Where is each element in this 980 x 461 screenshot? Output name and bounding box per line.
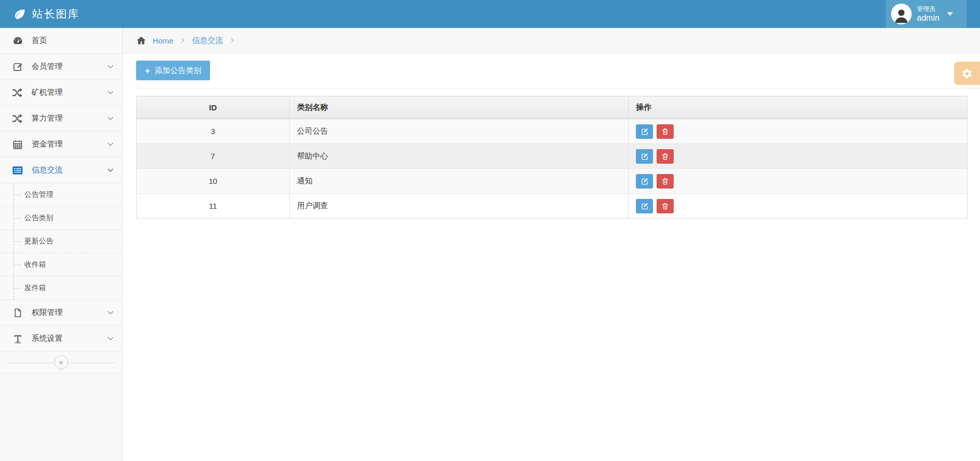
sidebar-submenu: 公告管理公告类别更新公告收件箱发件箱 [0, 183, 122, 300]
plus-icon: + [145, 66, 150, 75]
delete-row-button[interactable] [657, 199, 674, 213]
chevron-right-icon [180, 37, 186, 44]
table-row: 11用户调查 [137, 194, 968, 219]
column-header-1: 类别名称 [290, 96, 629, 119]
edit-pencil-icon [641, 152, 649, 161]
table-body: 3公司公告7帮助中心10通知11用户调查 [137, 119, 968, 219]
sidebar-item-label: 首页 [32, 36, 47, 46]
sidebar-item-3[interactable]: 算力管理 [0, 106, 122, 132]
delete-row-button[interactable] [657, 124, 674, 139]
sidebar: 首页会员管理矿机管理算力管理资金管理信息交流公告管理公告类别更新公告收件箱发件箱… [0, 28, 123, 461]
cell-category-name: 帮助中心 [290, 144, 629, 169]
cell-id: 11 [137, 194, 290, 219]
main-area: Home信息交流 + 添加公告类别 ID类别名称操作 3公司公告7帮助中心10通… [123, 28, 980, 461]
sidebar-subitem-1[interactable]: 公告类别 [0, 207, 122, 230]
sidebar-collapse-row: « [0, 352, 122, 373]
edit-row-button[interactable] [636, 149, 653, 164]
cell-category-name: 公司公告 [290, 119, 629, 144]
sidebar-item-label: 系统设置 [32, 334, 63, 343]
chevron-down-icon [107, 335, 114, 342]
sidebar-subitem-4[interactable]: 发件箱 [0, 277, 122, 300]
sidebar-menu: 首页会员管理矿机管理算力管理资金管理信息交流公告管理公告类别更新公告收件箱发件箱… [0, 28, 122, 352]
trash-icon [661, 202, 669, 210]
chevron-down-icon [107, 89, 114, 96]
chevron-down-icon [107, 63, 114, 70]
sidebar-item-1[interactable]: 会员管理 [0, 54, 122, 80]
text-height-icon [11, 334, 24, 344]
breadcrumb-link-0[interactable]: Home [153, 36, 173, 45]
sidebar-subitem-2[interactable]: 更新公告 [0, 230, 122, 253]
table-row: 7帮助中心 [137, 144, 968, 169]
chevron-down-icon [107, 309, 114, 316]
sidebar-subitem-0[interactable]: 公告管理 [0, 183, 122, 207]
sidebar-item-label: 矿机管理 [32, 88, 63, 97]
cell-category-name: 用户调查 [290, 194, 629, 219]
sidebar-item-label: 资金管理 [32, 139, 63, 149]
settings-gear-button[interactable] [954, 62, 980, 85]
brand-title: 站长图库 [32, 7, 80, 21]
cell-id: 7 [137, 144, 290, 169]
sidebar-subitem-3[interactable]: 收件箱 [0, 253, 122, 277]
user-meta: 管理员 admin [917, 5, 940, 23]
column-header-2: 操作 [629, 96, 968, 119]
sidebar-collapse-button[interactable]: « [54, 355, 68, 369]
category-table: ID类别名称操作 3公司公告7帮助中心10通知11用户调查 [136, 96, 968, 219]
breadcrumb-link-1[interactable]: 信息交流 [192, 36, 223, 46]
sidebar-item-label: 会员管理 [32, 62, 63, 71]
user-menu[interactable]: 管理员 admin [886, 0, 967, 28]
trash-icon [661, 127, 669, 136]
dotted-divider [136, 88, 980, 89]
sidebar-item-label: 信息交流 [32, 165, 63, 175]
sidebar-item-label: 算力管理 [32, 113, 63, 123]
leaf-icon [13, 8, 26, 20]
sidebar-item-home[interactable]: 首页 [0, 28, 122, 54]
trash-icon [661, 152, 669, 161]
breadcrumb: Home信息交流 [123, 28, 980, 53]
sidebar-item-4[interactable]: 资金管理 [0, 132, 122, 157]
add-category-label: 添加公告类别 [155, 66, 201, 76]
cell-category-name: 通知 [290, 169, 629, 194]
edit-row-button[interactable] [636, 124, 653, 139]
list-icon [11, 165, 24, 176]
shuffle-icon [11, 88, 24, 98]
delete-row-button[interactable] [657, 149, 674, 164]
table-head: ID类别名称操作 [137, 96, 968, 119]
edit-pencil-icon [641, 127, 649, 136]
chevron-right-icon [229, 37, 235, 44]
sidebar-item-label: 权限管理 [32, 308, 63, 318]
sidebar-item-5[interactable]: 信息交流 [0, 157, 122, 183]
table-row: 10通知 [137, 169, 968, 194]
gear-icon [961, 68, 973, 79]
brand: 站长图库 [0, 7, 80, 21]
caret-down-icon [947, 12, 953, 16]
column-header-0: ID [137, 96, 290, 119]
cell-actions [629, 119, 968, 144]
content: + 添加公告类别 ID类别名称操作 3公司公告7帮助中心10通知11用户调查 [123, 53, 980, 219]
calendar-icon [11, 139, 24, 150]
chevron-down-icon [107, 140, 114, 148]
edit-pencil-icon [641, 177, 649, 185]
home-icon [136, 35, 146, 46]
shuffle-icon [11, 113, 24, 124]
avatar [891, 4, 912, 24]
edit-pencil-icon [641, 202, 649, 210]
cell-actions [629, 144, 968, 169]
edit-row-button[interactable] [636, 174, 653, 189]
chevron-down-icon [107, 114, 114, 122]
file-icon [11, 308, 24, 318]
sidebar-item-7[interactable]: 系统设置 [0, 326, 122, 352]
sidebar-item-2[interactable]: 矿机管理 [0, 80, 122, 106]
topbar: 站长图库 管理员 admin [0, 0, 980, 28]
chevron-down-icon [107, 166, 114, 174]
dashboard-icon [11, 35, 24, 46]
trash-icon [661, 177, 669, 185]
edit-square-icon [11, 62, 24, 72]
add-category-button[interactable]: + 添加公告类别 [136, 61, 210, 80]
cell-actions [629, 169, 968, 194]
cell-id: 10 [137, 169, 290, 194]
delete-row-button[interactable] [657, 174, 674, 189]
sidebar-item-6[interactable]: 权限管理 [0, 300, 122, 326]
cell-actions [629, 194, 968, 219]
edit-row-button[interactable] [636, 199, 653, 213]
cell-id: 3 [137, 119, 290, 144]
